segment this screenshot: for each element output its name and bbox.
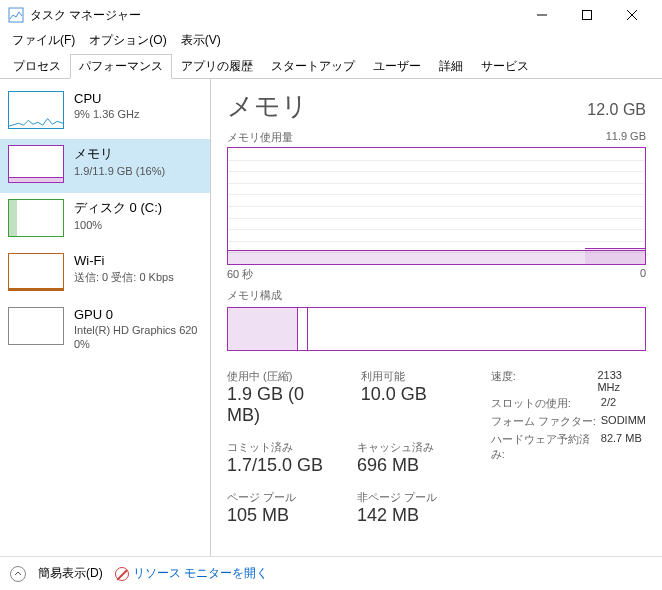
sidebar-item-disk[interactable]: ディスク 0 (C:) 100% (0, 193, 210, 247)
sidebar-item-wifi[interactable]: Wi-Fi 送信: 0 受信: 0 Kbps (0, 247, 210, 301)
memory-usage-chart (227, 147, 646, 265)
chevron-up-icon[interactable] (10, 566, 26, 582)
tab-details[interactable]: 詳細 (430, 54, 472, 79)
speed-value: 2133 MHz (597, 369, 646, 393)
page-title: メモリ (227, 89, 308, 124)
disk-title: ディスク 0 (C:) (74, 199, 162, 217)
available-label: 利用可能 (361, 369, 461, 384)
app-icon (8, 7, 24, 23)
sidebar-item-memory[interactable]: メモリ 1.9/11.9 GB (16%) (0, 139, 210, 193)
content: CPU 9% 1.36 GHz メモリ 1.9/11.9 GB (16%) ディ… (0, 79, 662, 556)
wifi-sub: 送信: 0 受信: 0 Kbps (74, 270, 174, 285)
menu-view[interactable]: 表示(V) (175, 30, 227, 50)
disk-sub: 100% (74, 219, 162, 231)
minimize-button[interactable] (519, 0, 564, 30)
hw-reserved-value: 82.7 MB (601, 432, 642, 462)
usage-chart-label: メモリ使用量 (227, 130, 293, 145)
menu-options[interactable]: オプション(O) (83, 30, 172, 50)
tab-users[interactable]: ユーザー (364, 54, 430, 79)
committed-value: 1.7/15.0 GB (227, 455, 327, 476)
memory-thumbnail (8, 145, 64, 183)
usage-chart-max: 11.9 GB (606, 130, 646, 145)
titlebar: タスク マネージャー (0, 0, 662, 30)
close-button[interactable] (609, 0, 654, 30)
composition-label: メモリ構成 (227, 288, 282, 303)
resource-monitor-label: リソース モニターを開く (133, 565, 268, 582)
gpu-thumbnail (8, 307, 64, 345)
paged-label: ページ プール (227, 490, 327, 505)
form-label: フォーム ファクター: (491, 414, 601, 429)
x-axis-left: 60 秒 (227, 267, 253, 282)
available-value: 10.0 GB (361, 384, 461, 405)
menu-file[interactable]: ファイル(F) (6, 30, 81, 50)
stats-block: 使用中 (圧縮) 1.9 GB (0 MB) 利用可能 10.0 GB コミット… (227, 369, 646, 526)
slots-label: スロットの使用: (491, 396, 601, 411)
sidebar: CPU 9% 1.36 GHz メモリ 1.9/11.9 GB (16%) ディ… (0, 79, 211, 556)
menubar: ファイル(F) オプション(O) 表示(V) (0, 30, 662, 50)
nonpaged-label: 非ページ プール (357, 490, 457, 505)
cpu-sub: 9% 1.36 GHz (74, 108, 139, 120)
open-resource-monitor-link[interactable]: リソース モニターを開く (115, 565, 268, 582)
resource-monitor-icon (115, 567, 129, 581)
memory-sub: 1.9/11.9 GB (16%) (74, 165, 165, 177)
x-axis-right: 0 (640, 267, 646, 282)
gpu-sub1: Intel(R) HD Graphics 620 (74, 324, 198, 336)
gpu-sub2: 0% (74, 338, 198, 350)
committed-label: コミット済み (227, 440, 327, 455)
wifi-title: Wi-Fi (74, 253, 174, 268)
hw-reserved-label: ハードウェア予約済み: (491, 432, 601, 462)
cached-value: 696 MB (357, 455, 457, 476)
sidebar-item-cpu[interactable]: CPU 9% 1.36 GHz (0, 85, 210, 139)
tab-processes[interactable]: プロセス (4, 54, 70, 79)
speed-label: 速度: (491, 369, 598, 393)
memory-title: メモリ (74, 145, 165, 163)
memory-total: 12.0 GB (587, 101, 646, 119)
tab-app-history[interactable]: アプリの履歴 (172, 54, 262, 79)
footer: 簡易表示(D) リソース モニターを開く (0, 556, 662, 590)
wifi-thumbnail (8, 253, 64, 291)
nonpaged-value: 142 MB (357, 505, 457, 526)
svg-rect-2 (582, 11, 591, 20)
sidebar-item-gpu[interactable]: GPU 0 Intel(R) HD Graphics 620 0% (0, 301, 210, 360)
cpu-thumbnail (8, 91, 64, 129)
form-value: SODIMM (601, 414, 646, 429)
tab-startup[interactable]: スタートアップ (262, 54, 364, 79)
disk-thumbnail (8, 199, 64, 237)
main-pane: メモリ 12.0 GB メモリ使用量 11.9 GB 60 秒 0 メモリ構成 (211, 79, 662, 556)
in-use-label: 使用中 (圧縮) (227, 369, 331, 384)
paged-value: 105 MB (227, 505, 327, 526)
window-controls (519, 0, 654, 30)
tab-strip: プロセス パフォーマンス アプリの履歴 スタートアップ ユーザー 詳細 サービス (0, 52, 662, 79)
gpu-title: GPU 0 (74, 307, 198, 322)
in-use-value: 1.9 GB (0 MB) (227, 384, 331, 426)
maximize-button[interactable] (564, 0, 609, 30)
tab-services[interactable]: サービス (472, 54, 538, 79)
memory-composition-chart (227, 307, 646, 351)
tab-performance[interactable]: パフォーマンス (70, 54, 172, 79)
cached-label: キャッシュ済み (357, 440, 457, 455)
slots-value: 2/2 (601, 396, 616, 411)
cpu-title: CPU (74, 91, 139, 106)
fewer-details-button[interactable]: 簡易表示(D) (38, 565, 103, 582)
window-title: タスク マネージャー (30, 7, 519, 24)
